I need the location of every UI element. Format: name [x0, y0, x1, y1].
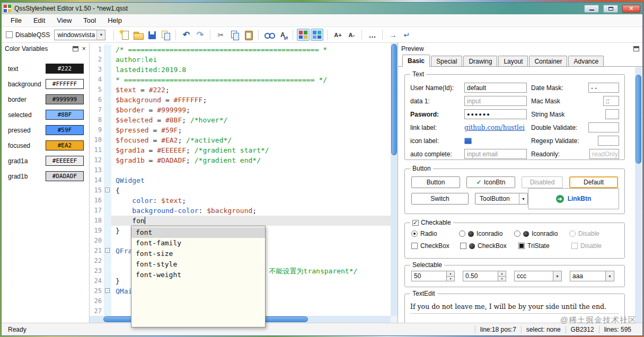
radio-control[interactable]: [514, 230, 521, 237]
goto-line-icon[interactable]: →: [386, 29, 399, 41]
mac-mask-input[interactable]: ::: [603, 96, 619, 106]
checkbox-checkbox[interactable]: CheckBox: [411, 242, 460, 250]
color-swatch-button[interactable]: #EA2: [46, 140, 84, 150]
editor-line[interactable]: 5$text = #222;: [90, 85, 391, 95]
double-validate-input[interactable]: [588, 122, 619, 132]
editor-line[interactable]: 13: [90, 165, 391, 175]
spin-down-icon[interactable]: ▼: [498, 277, 506, 281]
fold-toggle-icon[interactable]: -: [105, 248, 110, 253]
replace-icon[interactable]: A: [276, 29, 289, 41]
tab-container[interactable]: Container: [529, 56, 567, 66]
editor-line[interactable]: 17 background-color: $background;: [90, 206, 391, 216]
scrollbar-thumb[interactable]: [391, 44, 397, 155]
tab-basic[interactable]: Basic: [402, 55, 430, 67]
color-swatch-button[interactable]: #DADADF: [46, 171, 84, 181]
menu-help[interactable]: Help: [102, 15, 128, 26]
autocomplete-item[interactable]: font: [131, 227, 265, 238]
spin-up-icon[interactable]: ▲: [498, 271, 506, 277]
tab-advance[interactable]: Advance: [568, 56, 604, 66]
color-swatch-button[interactable]: #EEEEEF: [46, 156, 84, 166]
int-spinbox[interactable]: 50▲▼: [411, 271, 455, 281]
disabled-btn[interactable]: Disabled: [522, 176, 563, 188]
save-icon[interactable]: [145, 29, 158, 41]
cut-icon[interactable]: ✂: [214, 29, 227, 41]
linkbtn-button[interactable]: LinkBtn: [568, 195, 592, 202]
radio-control[interactable]: [411, 230, 418, 237]
double-spinbox[interactable]: 0.50▲▼: [463, 271, 506, 281]
combo-ccc[interactable]: ccc▼: [514, 271, 562, 281]
editor-line[interactable]: 3lastedited:2019.8: [90, 65, 391, 75]
checkbox-tristate[interactable]: TriState: [518, 242, 571, 250]
paste-icon[interactable]: [242, 29, 254, 41]
regexp-validate-input[interactable]: [598, 136, 619, 146]
preview-scrollbar[interactable]: [635, 67, 642, 323]
editor-line[interactable]: 1/* ====================================…: [90, 45, 391, 55]
data1-input[interactable]: input: [464, 96, 527, 106]
font-increase-icon[interactable]: A+: [331, 29, 344, 41]
redo-icon[interactable]: ↷: [193, 29, 206, 41]
radio-radio[interactable]: Radio: [411, 230, 459, 237]
toolbutton-btn[interactable]: ToolButton▼: [475, 193, 528, 205]
copy-icon[interactable]: [228, 29, 241, 41]
default-btn[interactable]: Default: [569, 176, 618, 188]
radio-control[interactable]: [459, 230, 465, 237]
color-swatch-button[interactable]: #222: [46, 64, 84, 74]
save-as-icon[interactable]: [159, 29, 172, 41]
string-mask-input[interactable]: [605, 109, 619, 119]
checkbox-checkbox[interactable]: CheckBox: [460, 242, 518, 250]
checkbox-control[interactable]: [571, 243, 578, 249]
chevron-down-icon[interactable]: ▼: [553, 271, 561, 281]
color-swatch-button[interactable]: #59F: [46, 125, 84, 135]
spin-up-icon[interactable]: ▲: [447, 271, 454, 277]
password-input[interactable]: ●●●●●●: [464, 109, 527, 119]
theme-dropdown[interactable]: windowsvista ▼: [54, 30, 105, 40]
editor-line[interactable]: 6$background = #FFFFFF;: [90, 95, 391, 105]
autocomplete-popup[interactable]: fontfont-familyfont-sizefont-stylefont-w…: [131, 226, 266, 327]
checkbox-disable[interactable]: Disable: [571, 242, 614, 250]
line-wrap-icon[interactable]: ↵: [400, 29, 413, 41]
radio-disable[interactable]: Disable: [569, 230, 612, 237]
close-panel-icon[interactable]: ×: [82, 46, 86, 51]
readonly-input[interactable]: readOnly: [589, 149, 619, 159]
autocomplete-item[interactable]: font-weight: [131, 270, 265, 280]
font-decrease-icon[interactable]: A-: [345, 29, 358, 41]
editor-line[interactable]: 18 fon: [90, 216, 391, 226]
editor-line[interactable]: 8$selected = #8BF; /*hover*/: [90, 115, 391, 125]
checkbox-box[interactable]: [6, 31, 13, 38]
autocomplete-item[interactable]: font-style: [131, 259, 265, 270]
more-icon[interactable]: …: [366, 29, 378, 41]
link-label[interactable]: github.com/hustlei: [464, 124, 525, 131]
find-icon[interactable]: [262, 29, 275, 41]
radio-control[interactable]: [569, 230, 576, 237]
checkable-legend-checkbox[interactable]: [412, 220, 419, 226]
iconbtn-btn[interactable]: ✓IconBtn: [466, 176, 515, 188]
color-swatch-button[interactable]: #8BF: [46, 110, 84, 120]
autocomplete-item[interactable]: font-size: [131, 249, 265, 259]
menu-tool[interactable]: Tool: [77, 15, 102, 26]
open-file-icon[interactable]: [131, 29, 144, 41]
menu-edit[interactable]: Edit: [28, 15, 51, 26]
editor-line[interactable]: 9$pressed = #59F;: [90, 125, 391, 135]
float-panel-icon[interactable]: [633, 46, 639, 51]
scrollbar-thumb[interactable]: [636, 75, 641, 164]
editor-line[interactable]: 14QWidget: [90, 175, 391, 185]
editor-line[interactable]: 7$border = #999999;: [90, 105, 391, 115]
checkbox-control[interactable]: [518, 243, 525, 249]
fold-toggle-icon[interactable]: -: [105, 188, 110, 192]
checkbox-control[interactable]: [411, 243, 418, 249]
maximize-button[interactable]: [603, 5, 618, 13]
tab-layout[interactable]: Layout: [498, 56, 528, 66]
editor-line[interactable]: 16 color: $text;: [90, 196, 391, 206]
button-btn[interactable]: Button: [411, 176, 460, 188]
tab-drawing[interactable]: Drawing: [463, 56, 497, 66]
linkbtn-frame[interactable]: ➔ LinkBtn: [528, 188, 619, 209]
editor-line[interactable]: 10$focused = #EA2; /*actived*/: [90, 135, 391, 145]
editor-line[interactable]: 2author:lei: [90, 55, 391, 65]
close-button[interactable]: ×: [622, 5, 640, 13]
editor-line[interactable]: 12$grad1b = #DADADF; /*gradient end*/: [90, 155, 391, 165]
color-grid-icon[interactable]: [297, 29, 310, 41]
radio-iconradio[interactable]: Iconradio: [514, 230, 569, 237]
tab-special[interactable]: Special: [431, 56, 462, 66]
spin-down-icon[interactable]: ▼: [447, 277, 454, 281]
chevron-down-icon[interactable]: ▼: [605, 271, 614, 281]
